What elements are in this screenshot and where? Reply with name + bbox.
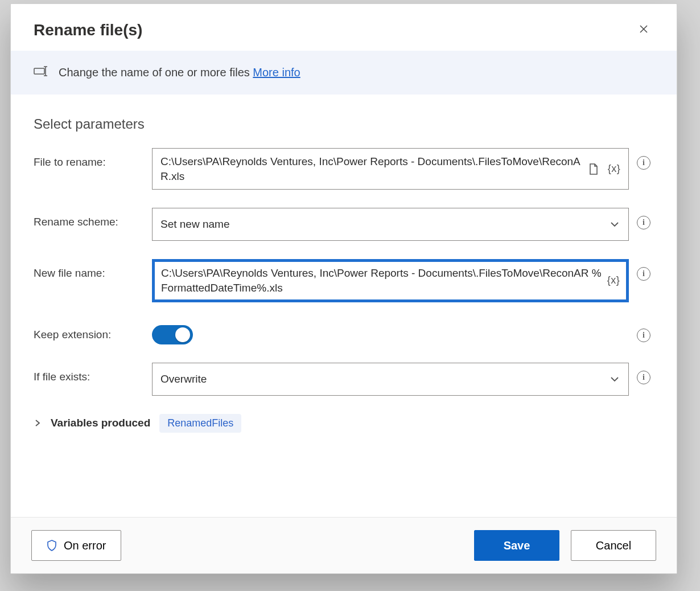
input-new-file-name[interactable]: C:\Users\PA\Reynolds Ventures, Inc\Power…	[152, 259, 629, 302]
chevron-down-icon	[609, 374, 620, 385]
shield-icon	[47, 540, 57, 551]
variables-produced-label: Variables produced	[51, 417, 150, 429]
row-file-to-rename: File to rename: C:\Users\PA\Reynolds Ven…	[34, 148, 654, 190]
on-error-label: On error	[64, 539, 106, 552]
select-file-icon[interactable]	[587, 163, 600, 175]
input-file-to-rename[interactable]: C:\Users\PA\Reynolds Ventures, Inc\Power…	[152, 148, 629, 190]
row-new-file-name: New file name: C:\Users\PA\Reynolds Vent…	[34, 259, 654, 302]
dialog-title: Rename file(s)	[34, 21, 142, 39]
value-if-file-exists: Overwrite	[160, 373, 207, 385]
row-rename-scheme: Rename scheme: Set new name i	[34, 208, 654, 241]
cancel-label: Cancel	[596, 539, 631, 552]
chevron-down-icon	[609, 219, 620, 230]
dialog-body: Select parameters File to rename: C:\Use…	[11, 95, 677, 517]
info-icon[interactable]: i	[637, 329, 650, 342]
insert-variable-icon[interactable]: {x}	[608, 163, 620, 175]
section-title: Select parameters	[34, 116, 654, 132]
banner-text: Change the name of one or more files Mor…	[59, 66, 300, 79]
value-file-to-rename: C:\Users\PA\Reynolds Ventures, Inc\Power…	[160, 154, 587, 183]
description-banner: Change the name of one or more files Mor…	[11, 51, 677, 95]
save-button[interactable]: Save	[474, 530, 559, 561]
close-button[interactable]	[633, 20, 654, 40]
label-new-file-name: New file name:	[34, 259, 147, 280]
value-rename-scheme: Set new name	[160, 218, 229, 231]
close-icon	[639, 24, 648, 36]
toggle-keep-extension[interactable]	[152, 325, 193, 344]
toggle-knob	[175, 327, 190, 342]
info-icon[interactable]: i	[637, 371, 650, 384]
label-if-file-exists: If file exists:	[34, 363, 147, 383]
svg-rect-2	[34, 68, 44, 74]
row-if-file-exists: If file exists: Overwrite i	[34, 363, 654, 396]
on-error-button[interactable]: On error	[31, 530, 121, 561]
chevron-right-icon	[34, 419, 42, 427]
variable-chip-renamedfiles[interactable]: RenamedFiles	[159, 414, 241, 433]
cancel-button[interactable]: Cancel	[571, 530, 656, 561]
info-icon[interactable]: i	[637, 267, 650, 281]
info-icon[interactable]: i	[637, 156, 650, 170]
variables-produced-row[interactable]: Variables produced RenamedFiles	[34, 414, 654, 433]
select-rename-scheme[interactable]: Set new name	[152, 208, 629, 241]
insert-variable-icon[interactable]: {x}	[607, 274, 620, 287]
row-keep-extension: Keep extension: i	[34, 321, 654, 344]
info-icon[interactable]: i	[637, 216, 650, 229]
banner-text-label: Change the name of one or more files	[59, 66, 250, 79]
dialog-header: Rename file(s)	[11, 4, 677, 51]
label-file-to-rename: File to rename:	[34, 148, 147, 169]
label-keep-extension: Keep extension:	[34, 321, 147, 341]
value-new-file-name: C:\Users\PA\Reynolds Ventures, Inc\Power…	[161, 266, 607, 295]
select-if-file-exists[interactable]: Overwrite	[152, 363, 629, 396]
label-rename-scheme: Rename scheme:	[34, 208, 147, 228]
rename-files-dialog: Rename file(s) Change the name of one or…	[10, 3, 677, 574]
save-label: Save	[504, 539, 530, 552]
rename-icon	[34, 65, 48, 80]
more-info-link[interactable]: More info	[253, 66, 300, 79]
dialog-footer: On error Save Cancel	[11, 517, 677, 573]
